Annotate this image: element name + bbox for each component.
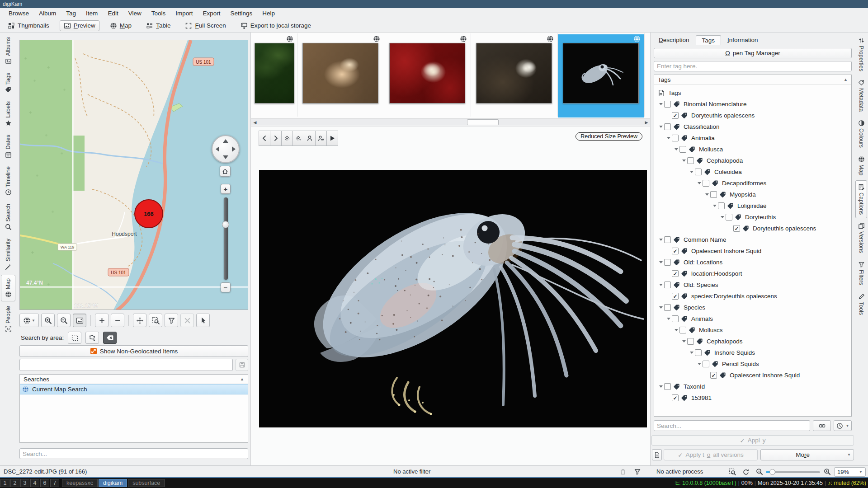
preview-button[interactable]: Preview <box>60 20 99 31</box>
geotag-marker[interactable]: 166 <box>134 199 163 228</box>
menu-tag[interactable]: Tag <box>61 8 81 19</box>
tree-item-cephalopoda[interactable]: Cephalopoda <box>654 155 851 166</box>
tag-checkbox[interactable] <box>672 135 679 141</box>
tag-search-link-button[interactable] <box>813 420 831 431</box>
menu-browse[interactable]: Browse <box>4 8 34 19</box>
pan-down-arrow[interactable] <box>223 155 228 159</box>
table-button[interactable]: Table <box>142 20 175 31</box>
map-zoom-out-button[interactable]: − <box>221 282 231 292</box>
expander-icon[interactable] <box>673 148 679 150</box>
tree-item-coleoidea[interactable]: Coleoidea <box>654 166 851 178</box>
tag-checkbox[interactable] <box>687 157 694 164</box>
export-to-local-storage-button[interactable]: Export to local storage <box>236 20 315 31</box>
expander-icon[interactable] <box>689 171 695 173</box>
more-button[interactable]: More▼ <box>760 449 854 460</box>
menu-edit[interactable]: Edit <box>103 8 123 19</box>
sidebar-tab-dates[interactable]: Dates <box>1 131 15 162</box>
thumbnail-kelp[interactable] <box>251 33 297 117</box>
right-tab-captions[interactable]: Captions <box>855 180 867 218</box>
save-search-button[interactable] <box>236 359 248 371</box>
add-face-tag-button[interactable] <box>315 131 327 146</box>
menu-tools[interactable]: Tools <box>146 8 171 19</box>
thumbbar-scrollbar[interactable]: ◀ ▶ <box>251 118 651 126</box>
right-tab-metadata[interactable]: Metadata <box>855 76 867 115</box>
decrease-thumb-size-button[interactable] <box>111 314 124 327</box>
tree-item-myopsida[interactable]: Myopsida <box>654 189 851 200</box>
right-tab-colours[interactable]: Colours <box>855 116 867 151</box>
tag-tree-header[interactable]: Tags ▲ <box>654 75 851 84</box>
tag-checkbox[interactable] <box>695 169 702 175</box>
zoom-percent-combobox[interactable]: 19% ▼ <box>834 467 866 477</box>
open-tag-manager-button[interactable]: Open Tag Manager <box>654 48 852 58</box>
tag-checkbox[interactable] <box>664 101 671 108</box>
expander-icon[interactable] <box>712 205 718 207</box>
tab-information[interactable]: Information <box>721 35 764 45</box>
tree-item-old-locations[interactable]: Old: Locations <box>654 257 851 268</box>
tree-item-doryteuthis[interactable]: Doryteuthis <box>654 211 851 223</box>
select-rectangle-button[interactable] <box>68 332 81 344</box>
sidebar-tab-albums[interactable]: Albums <box>1 33 15 68</box>
tree-item-doryteuthis-opalescens[interactable]: ✓Doryteuthis opalescens <box>654 223 851 234</box>
show-thumbnails-toggle-button[interactable] <box>73 314 86 327</box>
tree-item-tags[interactable]: Tags <box>654 87 851 99</box>
tag-checkbox[interactable] <box>726 214 732 221</box>
map-backend-button[interactable]: ▼ <box>19 314 39 327</box>
taskbar-window-subsurface[interactable]: subsurface <box>128 479 165 487</box>
expander-icon[interactable] <box>704 193 710 196</box>
right-tab-properties[interactable]: Properties <box>855 33 867 75</box>
rotate-left-button[interactable] <box>281 131 293 146</box>
expander-icon[interactable] <box>673 329 679 331</box>
pan-mode-button[interactable] <box>133 314 146 327</box>
tag-checkbox[interactable]: ✓ <box>672 293 679 300</box>
taskbar-window-keepassxc[interactable]: keepassxc <box>62 479 98 487</box>
rotate-right-button[interactable] <box>292 131 304 146</box>
tree-item-doryteuthis-opalescens[interactable]: ✓Doryteuthis opalescens <box>654 110 851 121</box>
thumbnail-squid[interactable] <box>557 33 644 117</box>
thumbnail-nudibranch-white-image[interactable] <box>476 43 552 103</box>
tree-item-common-name[interactable]: Common Name <box>654 234 851 245</box>
expander-icon[interactable] <box>658 306 664 309</box>
tree-item-classification[interactable]: Classification <box>654 121 851 132</box>
expander-icon[interactable] <box>658 103 664 105</box>
enter-tag-input[interactable] <box>654 61 852 71</box>
workspace-button-4[interactable]: 4 <box>30 479 39 487</box>
map-zoom-slider-track[interactable] <box>224 197 228 280</box>
pan-left-arrow[interactable] <box>216 146 219 152</box>
thumbnail-squid-image[interactable] <box>563 43 639 103</box>
workspace-button-1[interactable]: 1 <box>0 479 9 487</box>
sidebar-tab-search[interactable]: Search <box>1 200 15 234</box>
tag-checkbox[interactable]: ✓ <box>672 248 679 254</box>
tree-item-animals[interactable]: Animals <box>654 313 851 324</box>
tree-item-opalescent-inshore-squid[interactable]: ✓Opalescent Inshore Squid <box>654 370 851 381</box>
apply-button[interactable]: ✓ Apply <box>651 435 854 446</box>
tag-checkbox[interactable] <box>703 180 709 187</box>
select-mode-button[interactable] <box>196 314 210 327</box>
searches-header[interactable]: Searches ▲ <box>20 375 248 384</box>
expander-icon[interactable] <box>696 363 703 365</box>
tag-checkbox[interactable]: ✓ <box>710 372 717 379</box>
right-tab-versions[interactable]: Versions <box>855 219 867 257</box>
expander-icon[interactable] <box>665 137 672 139</box>
thumbnail-kelp-image[interactable] <box>255 43 294 103</box>
menu-album[interactable]: Album <box>34 8 61 19</box>
tag-checkbox[interactable]: ✓ <box>672 112 679 119</box>
tree-item-153981[interactable]: ✓153981 <box>654 392 851 404</box>
right-tab-filters[interactable]: Filters <box>855 258 867 289</box>
zoom-out-icon[interactable] <box>756 468 763 477</box>
previous-image-button[interactable] <box>259 131 270 146</box>
zoom-in-icon[interactable] <box>824 468 831 477</box>
expander-icon[interactable] <box>658 261 664 263</box>
tree-item-species-doryteuthis-opalescens[interactable]: ✓species:Doryteuthis opalescens <box>654 291 851 302</box>
tag-search-input[interactable] <box>654 420 810 431</box>
menu-settings[interactable]: Settings <box>226 8 258 19</box>
map-zoom-in-button[interactable] <box>41 314 55 327</box>
menu-import[interactable]: Import <box>170 8 198 19</box>
tree-item-loliginidae[interactable]: Loliginidae <box>654 200 851 211</box>
tag-checkbox[interactable] <box>664 123 671 130</box>
tag-checkbox[interactable] <box>664 259 671 266</box>
menu-item[interactable]: Item <box>81 8 103 19</box>
tag-checkbox[interactable] <box>718 202 725 209</box>
tag-checkbox[interactable] <box>679 146 686 153</box>
sidebar-tab-timeline[interactable]: Timeline <box>1 163 15 200</box>
workspace-button-6[interactable]: 6 <box>40 479 49 487</box>
